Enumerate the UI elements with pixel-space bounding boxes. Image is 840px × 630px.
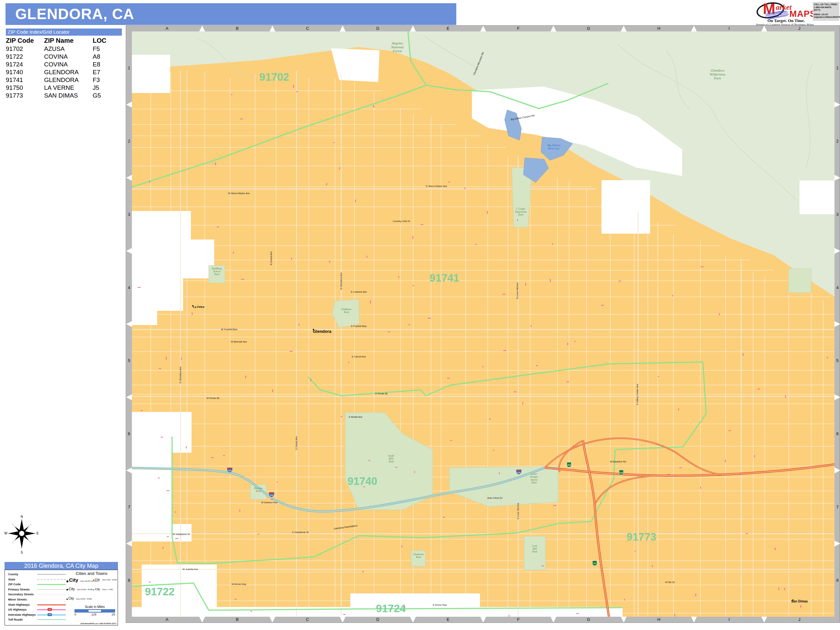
grid-number: 2	[834, 105, 840, 178]
zip-index-cell: GLENDORA	[44, 68, 93, 76]
contact-line: 1-888-434-MAPS (6277)	[814, 6, 838, 12]
zip-index-cell: 91702	[6, 45, 44, 53]
zip-area-label: 91740	[347, 475, 377, 487]
zip-index-cell: 91773	[6, 92, 44, 99]
zip-index-cell: F3	[93, 76, 118, 84]
legend-cities-title: Cities and Towns	[66, 571, 117, 576]
grid-letter: E	[413, 617, 483, 622]
legend-shield-icon: 123	[47, 608, 52, 611]
grid-number: 1	[126, 32, 132, 105]
compass-w: W	[4, 532, 8, 535]
zip-index-cell: AZUSA	[44, 45, 93, 53]
page-title: GLENDORA, CA	[6, 3, 456, 25]
zip-index-table: ZIP CodeZIP NameLOC 91702AZUSAF591722COV…	[6, 37, 118, 99]
scale-tick: .25	[111, 613, 115, 616]
grid-number: 8	[126, 543, 132, 617]
compass-e: E	[36, 532, 39, 535]
zip-index-cell: F5	[93, 45, 118, 53]
grid-letter: C	[273, 617, 343, 622]
contact-line: CALL US TOLL FREE!	[814, 3, 838, 6]
scale-bar	[74, 609, 115, 613]
road-label: E Sierra Madre Ave	[426, 185, 447, 188]
grid-number: 8	[834, 543, 840, 617]
logo-tagline: On Target. On Time.	[767, 18, 805, 23]
road-label: W Foothill Blvd	[221, 328, 237, 331]
road-label: E Leadora Ave	[351, 291, 366, 293]
road-label: S Grand Ave	[295, 436, 298, 450]
road-label: W Sierra Madre Ave	[228, 192, 250, 195]
road-label: S Lone Hill Ave	[516, 503, 519, 519]
zip-index-cell: E7	[93, 68, 118, 76]
legend-item-label: Interstate Highways	[8, 613, 36, 618]
zip-index-cell: G5	[93, 92, 118, 99]
zip-index-cell: 91741	[6, 76, 44, 84]
compass-s: S	[21, 551, 23, 554]
grid-letter: A	[132, 617, 202, 622]
contact-line: mapsales@MarketMAPS.com	[814, 16, 838, 19]
zip-index-cell: A8	[93, 53, 118, 61]
grid-letter: I	[694, 617, 764, 622]
map-legend: 2016 Glendora, CA City Map CountyStateZI…	[5, 562, 118, 625]
legend-item-label: Minor Streets	[8, 598, 27, 603]
legend-title: 2016 Glendora, CA City Map	[5, 562, 118, 570]
city-label: La Fetra	[193, 305, 204, 308]
grid-number: 7	[126, 471, 132, 544]
logo-maps: MAPS	[789, 9, 816, 19]
legend-item-label: ZIP Code	[8, 583, 21, 587]
scale-ticks: 0.125.25	[74, 613, 115, 616]
road-label: W Arrow Hwy	[232, 583, 246, 586]
zip-index-header: ZIP Code Index/Grid Locator	[6, 28, 122, 36]
road-label: Country Club Dr	[393, 220, 410, 223]
legend-line-swatch	[37, 605, 66, 605]
road-label: E Carroll Ave	[352, 355, 366, 358]
zip-index-row: 91741GLENDORAF3	[6, 76, 118, 84]
map-canvas: 2102102102102105791702917419174091773917…	[132, 32, 834, 617]
grid-number: 5	[126, 324, 132, 397]
legend-item-label: US Highways	[8, 608, 27, 613]
zip-index-cell: 91724	[6, 61, 44, 68]
legend-line-swatch	[37, 579, 66, 580]
road-label: N Glendora Ave	[339, 273, 343, 290]
legend-city-item: CityCities 50,000 - 99,999	[66, 587, 93, 591]
grid-letter: D	[343, 617, 413, 622]
zip-index-cell: LA VERNE	[44, 84, 93, 92]
legend-item-label: State	[8, 578, 15, 583]
city-label: San Dimas	[791, 600, 808, 603]
road-label: E Arrow Hwy	[433, 603, 447, 606]
area-label: AngelesNationalForest	[391, 41, 404, 53]
zip-index-rows: 91702AZUSAF591722COVINAA891724COVINAE891…	[6, 45, 118, 99]
grid-number: 1	[834, 32, 840, 105]
zip-index-row: 91773SAN DIMASG5	[6, 92, 118, 99]
legend-line-swatch	[37, 584, 66, 585]
city-map: 2102102102102105791702917419174091773917…	[132, 32, 834, 617]
grid-number: 5	[834, 324, 840, 397]
area-label: Big DaltonReservoir	[547, 144, 561, 150]
legend-fine-print: 2016 MarketMAPS.com 1-888-434-MAPS (6277…	[81, 622, 116, 624]
area-label: SouthHillsPark	[388, 454, 394, 463]
grid-letter: A	[132, 25, 202, 32]
road-label: W Gladstone St	[173, 533, 190, 536]
zip-index-cell: SAN DIMAS	[44, 92, 93, 99]
road-label: S Glendora Ave	[179, 366, 182, 384]
legend-item-label: Toll Roads	[8, 618, 23, 623]
grid-letter: B	[202, 617, 273, 622]
compass-n: N	[21, 515, 23, 518]
legend-line-swatch	[37, 594, 66, 594]
legend-item-label: County	[8, 573, 18, 578]
grid-letter: J	[764, 617, 834, 622]
zip-index-row: 91724COVINAE8	[6, 61, 118, 68]
legend-line-swatch	[37, 619, 66, 620]
zip-index-row: 91740GLENDORAE7	[6, 68, 118, 76]
legend-city-item: CityCities 0 - 4,999	[93, 587, 113, 591]
road-label: E Gladstone St	[292, 531, 309, 534]
legend-line-swatch	[37, 589, 66, 590]
contact-box: CALL US TOLL FREE! 1-888-434-MAPS (6277)…	[813, 2, 839, 21]
svg-text:210: 210	[270, 494, 273, 496]
city-label: Glendora	[313, 329, 332, 334]
zip-index-columns: ZIP CodeZIP NameLOC	[6, 37, 118, 45]
zip-index-cell: E8	[93, 61, 118, 68]
grid-number: 7	[834, 471, 840, 544]
zip-index-column: LOC	[93, 37, 118, 45]
svg-text:210: 210	[567, 464, 571, 466]
grid-letter: B	[202, 25, 273, 32]
